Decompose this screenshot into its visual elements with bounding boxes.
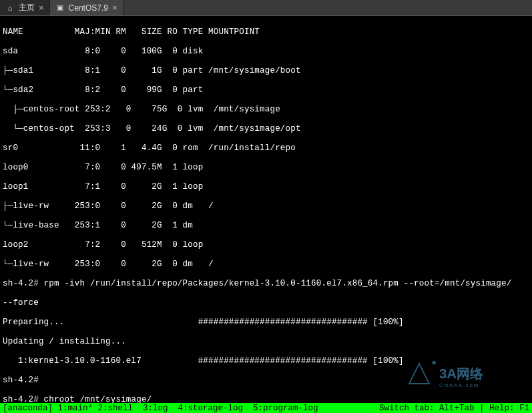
close-icon[interactable]: × [112,3,117,13]
tab-label: 主页 [19,2,35,13]
tab-label: CentOS7.9 [69,3,108,13]
tab-centos[interactable]: ▣ CentOS7.9 × [50,0,123,15]
term-line: sh-4.2# [3,376,529,386]
device-row: loop0 7:0 0 497.5M 1 loop [3,163,529,173]
lsblk-header: NAME MAJ:MIN RM SIZE RO TYPE MOUNTPOINT [3,27,529,37]
close-icon[interactable]: × [39,3,44,13]
term-line: Updating / installing... [3,337,529,347]
device-row: ├─centos-root 253:2 0 75G 0 lvm /mnt/sys… [3,105,529,115]
term-line: sh-4.2# rpm -ivh /run/install/repo/Packa… [3,279,529,289]
device-row: └─centos-opt 253:3 0 24G 0 lvm /mnt/sysi… [3,124,529,134]
device-row: └─live-base 253:1 0 2G 1 dm [3,221,529,231]
anaconda-status-bar: [anaconda] 1:main* 2:shell 3:log 4:stora… [0,403,532,413]
home-icon: ⌂ [5,3,15,13]
tab-home[interactable]: ⌂ 主页 × [0,0,50,15]
device-row: ├─sda1 8:1 0 1G 0 part /mnt/sysimage/boo… [3,66,529,76]
device-row: loop1 7:1 0 2G 1 loop [3,182,529,192]
vm-icon: ▣ [55,3,65,13]
device-row: └─live-rw 253:0 0 2G 0 dm / [3,260,529,270]
status-left: [anaconda] 1:main* 2:shell 3:log 4:stora… [3,404,318,413]
device-row: ├─live-rw 253:0 0 2G 0 dm / [3,201,529,212]
terminal-output[interactable]: NAME MAJ:MIN RM SIZE RO TYPE MOUNTPOINT … [0,16,532,413]
device-row: └─sda2 8:2 0 99G 0 part [3,85,529,95]
device-row: sr0 11:0 1 4.4G 0 rom /run/install/repo [3,143,529,153]
device-row: sda 8:0 0 100G 0 disk [3,47,529,57]
term-line: --force [3,298,529,308]
term-line: 1:kernel-3.10.0-1160.el7 ###############… [3,356,529,366]
term-line: Preparing... ###########################… [3,318,529,328]
status-right: Switch tab: Alt+Tab | Help: F1 [379,404,529,413]
tab-bar: ⌂ 主页 × ▣ CentOS7.9 × [0,0,532,16]
device-row: loop2 7:2 0 512M 0 loop [3,240,529,250]
